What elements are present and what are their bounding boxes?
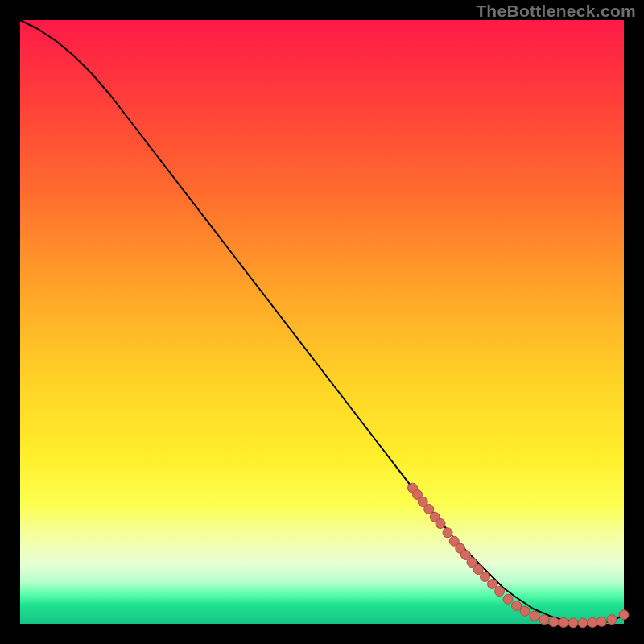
chart-marker (436, 519, 445, 529)
chart-marker (530, 611, 539, 621)
watermark-text: TheBottleneck.com (476, 2, 636, 21)
chart-marker (512, 601, 522, 611)
chart-markers (408, 483, 630, 628)
chart-marker (495, 587, 505, 597)
chart-marker (539, 615, 549, 625)
chart-plot-area (20, 20, 624, 624)
chart-marker (607, 615, 617, 625)
chart-marker (443, 528, 452, 538)
chart-marker (520, 606, 530, 616)
chart-marker (488, 580, 497, 589)
chart-marker (578, 618, 588, 628)
chart-marker (559, 618, 568, 628)
chart-marker (619, 610, 629, 620)
chart-marker (588, 618, 597, 628)
chart-frame: TheBottleneck.com (0, 0, 644, 644)
chart-marker (597, 617, 606, 626)
chart-marker (549, 617, 559, 627)
chart-marker (568, 618, 578, 628)
chart-svg (20, 20, 624, 624)
chart-marker (503, 594, 513, 604)
chart-marker (481, 572, 490, 582)
chart-curve (20, 20, 624, 623)
